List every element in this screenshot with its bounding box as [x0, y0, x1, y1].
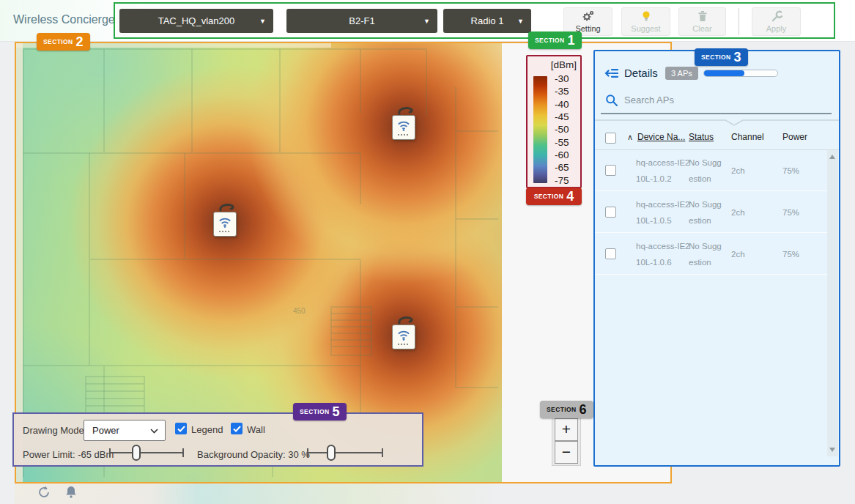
apply-button[interactable]: Apply [752, 7, 801, 36]
section-6-label: SECTION 6 [540, 401, 593, 418]
search-input[interactable] [624, 92, 822, 108]
details-title: Details [624, 67, 658, 79]
scroll-down-icon[interactable] [829, 448, 835, 452]
suggest-button[interactable]: Suggest [621, 7, 670, 36]
power-limit-label: Power Limit: -65 dBm [23, 449, 114, 460]
app-title: Wireless Concierge [13, 13, 115, 26]
header-status[interactable]: Status [689, 132, 714, 142]
notification-bell-button[interactable] [64, 485, 81, 501]
radio-dropdown[interactable]: Radio 1 ▼ [443, 9, 531, 33]
slider-thumb[interactable] [327, 445, 336, 461]
slider-end-tick [182, 448, 184, 457]
cell-status: No Suggestion [689, 196, 725, 229]
progress-bar-fill [704, 70, 744, 76]
ap-cable-icon [397, 106, 413, 115]
cell-status: No Suggestion [689, 155, 725, 187]
ap-led-dots [219, 231, 231, 232]
ap-cable-icon [218, 203, 234, 212]
sort-ascending-icon: ∧ [627, 133, 633, 142]
cell-channel: 2ch [731, 163, 745, 179]
drawing-mode-select[interactable]: Power [84, 420, 166, 441]
network-dropdown-value: TAC_HQ_vlan200 [119, 15, 273, 26]
caret-down-icon: ▼ [517, 18, 524, 25]
power-limit-slider[interactable] [109, 445, 184, 461]
scroll-up-icon[interactable] [829, 155, 835, 159]
legend-tick: -75 [550, 176, 580, 186]
header-channel: Channel [731, 132, 764, 142]
wifi-icon [217, 217, 233, 229]
apply-button-label: Apply [766, 24, 787, 33]
cell-power: 75% [782, 204, 799, 220]
slider-end-tick [307, 448, 308, 457]
section-4-label: SECTION 4 [526, 188, 582, 205]
trash-icon [697, 10, 708, 23]
legend-title: [dBm] [551, 59, 577, 70]
ap-led-dots [398, 344, 410, 345]
gear-icon [582, 10, 594, 23]
cell-device-name: hq-access-IE210L-1.0.2 [636, 155, 693, 187]
slider-track [109, 452, 184, 453]
footer-bar [0, 485, 855, 504]
header-power: Power [782, 132, 807, 142]
table-row[interactable]: hq-access-IE210L-1.0.2 No Suggestion 2ch… [595, 150, 828, 191]
background-opacity-label: Background Opacity: 30 % [197, 449, 310, 460]
caret-down-icon: ▼ [259, 18, 266, 25]
table-row[interactable]: hq-access-IE210L-1.0.6 No Suggestion 2ch… [595, 234, 828, 275]
floorplan-room-label: 450 [293, 307, 306, 315]
toolbar-highlight-group: TAC_HQ_vlan200 ▼ B2-F1 ▼ Radio 1 ▼ Setti… [114, 2, 835, 39]
cell-channel: 2ch [731, 246, 745, 262]
slider-thumb[interactable] [132, 445, 141, 461]
select-all-checkbox[interactable] [605, 133, 616, 144]
refresh-button[interactable] [37, 485, 53, 501]
cell-device-name: hq-access-IE210L-1.0.6 [636, 238, 693, 270]
clear-button[interactable]: Clear [678, 7, 726, 36]
legend-tick: -45 [550, 112, 580, 122]
slider-end-tick [109, 448, 111, 457]
cell-device-name: hq-access-IE210L-1.0.5 [636, 196, 693, 229]
vertical-scrollbar[interactable] [827, 150, 838, 456]
wifi-icon [396, 330, 412, 341]
suggest-button-label: Suggest [631, 24, 660, 33]
legend-tick-list: -30 -35 -40 -45 -50 -55 -60 -65 -75 [550, 74, 580, 185]
row-checkbox[interactable] [605, 207, 616, 218]
network-dropdown[interactable]: TAC_HQ_vlan200 ▼ [119, 9, 273, 33]
floor-dropdown[interactable]: B2-F1 ▼ [286, 9, 437, 33]
ap-count-badge: 3 APs [665, 67, 698, 80]
search-icon [605, 94, 618, 110]
ap-marker[interactable] [213, 203, 238, 238]
chevron-down-icon [150, 429, 158, 434]
wall-checkbox[interactable] [231, 423, 243, 434]
header-device-name[interactable]: Device Na... [637, 132, 685, 142]
progress-bar [703, 70, 778, 77]
zoom-in-button[interactable]: + [555, 418, 578, 441]
search-underline [601, 113, 832, 114]
wall-checkbox-label: Wall [247, 424, 265, 435]
row-checkbox[interactable] [605, 248, 616, 259]
caret-down-icon: ▼ [423, 18, 430, 25]
ap-marker[interactable] [392, 316, 417, 351]
drawing-controls-panel: Drawing Mode: Power Legend Wall Power Li… [12, 412, 423, 467]
panel-collapse-handle[interactable] [595, 119, 839, 126]
back-arrow-icon [604, 67, 619, 80]
drawing-mode-label: Drawing Mode: [23, 425, 86, 436]
zoom-out-button[interactable]: − [555, 441, 578, 464]
legend-tick: -35 [550, 86, 580, 97]
cell-status: No Suggestion [689, 238, 725, 270]
ap-details-panel: Details 3 APs ∧ Device Na... Status Chan… [593, 50, 840, 467]
check-icon [233, 426, 241, 432]
top-toolbar: Wireless Concierge TAC_HQ_vlan200 ▼ B2-F… [0, 0, 855, 42]
row-checkbox[interactable] [605, 165, 616, 176]
legend-checkbox[interactable] [175, 423, 187, 434]
ap-marker[interactable] [392, 106, 417, 141]
table-row[interactable]: hq-access-IE210L-1.0.5 No Suggestion 2ch… [595, 192, 828, 233]
refresh-icon [37, 485, 51, 500]
legend-gradient-bar [533, 76, 547, 183]
drawing-mode-value: Power [92, 425, 119, 436]
legend-tick: -40 [550, 100, 580, 110]
background-opacity-slider[interactable] [307, 445, 383, 461]
section-3-label: SECTION 3 [695, 48, 748, 66]
floor-dropdown-value: B2-F1 [286, 15, 437, 26]
details-back-button[interactable] [604, 67, 619, 80]
access-point-device [213, 212, 237, 237]
wrench-icon [771, 10, 782, 23]
